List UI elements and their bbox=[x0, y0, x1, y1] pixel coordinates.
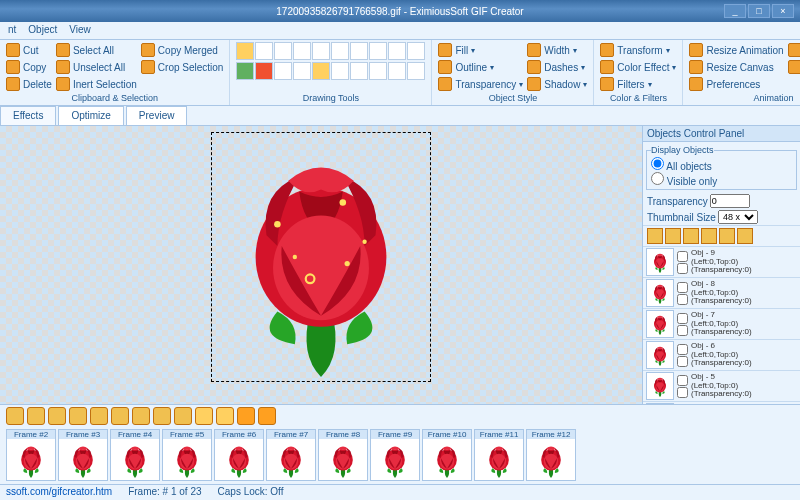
minimize-button[interactable]: _ bbox=[724, 4, 746, 18]
tool-hand[interactable] bbox=[350, 42, 368, 60]
frame-item[interactable]: Frame #8 bbox=[318, 429, 368, 481]
object-visible-checkbox[interactable] bbox=[677, 375, 688, 386]
tool-eraser[interactable] bbox=[274, 62, 292, 80]
tool-rect[interactable] bbox=[350, 62, 368, 80]
unselect-all-button[interactable]: Unselect All bbox=[56, 59, 137, 75]
object-visible-checkbox[interactable] bbox=[677, 251, 688, 262]
tool-star[interactable] bbox=[388, 62, 406, 80]
tool-line[interactable] bbox=[331, 62, 349, 80]
object-item[interactable]: Obj - 6(Left:0,Top:0)(Transparency:0) bbox=[643, 340, 800, 371]
tool-picker[interactable] bbox=[407, 42, 425, 60]
frame-tool-delete[interactable] bbox=[27, 407, 45, 425]
frame-item[interactable]: Frame #2 bbox=[6, 429, 56, 481]
invert-selection-button[interactable]: Inert Selection bbox=[56, 76, 137, 92]
delete-button[interactable]: Delete bbox=[6, 76, 52, 92]
frame-tool-globe[interactable] bbox=[69, 407, 87, 425]
frame-item[interactable]: Frame #3 bbox=[58, 429, 108, 481]
select-all-button[interactable]: Select All bbox=[56, 42, 137, 58]
radio-visible-only[interactable]: Visible only bbox=[651, 172, 792, 187]
object-lock-checkbox[interactable] bbox=[677, 356, 688, 367]
frame-tool-undo[interactable] bbox=[132, 407, 150, 425]
color-effect-dropdown[interactable]: Color Effect bbox=[600, 59, 676, 75]
copy-merged-button[interactable]: Copy Merged bbox=[141, 42, 224, 58]
obj-tool-delete[interactable] bbox=[683, 228, 699, 244]
tool-text[interactable] bbox=[312, 62, 330, 80]
canvas-area[interactable] bbox=[0, 126, 642, 404]
frame-tool-redo[interactable] bbox=[153, 407, 171, 425]
tab-preview[interactable]: Preview bbox=[126, 106, 188, 125]
object-lock-checkbox[interactable] bbox=[677, 387, 688, 398]
obj-tool-down[interactable] bbox=[665, 228, 681, 244]
resize-canvas-button[interactable]: Resize Canvas bbox=[689, 59, 783, 75]
tool-bucket[interactable] bbox=[293, 62, 311, 80]
tool-lasso[interactable] bbox=[255, 42, 273, 60]
transparency-dropdown[interactable]: Transparency bbox=[438, 76, 523, 92]
transform-dropdown[interactable]: Transform bbox=[600, 42, 676, 58]
object-lock-checkbox[interactable] bbox=[677, 325, 688, 336]
object-item[interactable]: Obj - 8(Left:0,Top:0)(Transparency:0) bbox=[643, 278, 800, 309]
frame-tool-last[interactable] bbox=[258, 407, 276, 425]
object-lock-checkbox[interactable] bbox=[677, 263, 688, 274]
tool-pointer[interactable] bbox=[236, 42, 254, 60]
close-button[interactable]: × bbox=[772, 4, 794, 18]
frame-tool-first[interactable] bbox=[195, 407, 213, 425]
tool-crop2[interactable] bbox=[369, 42, 387, 60]
object-visible-checkbox[interactable] bbox=[677, 282, 688, 293]
frame-item[interactable]: Frame #5 bbox=[162, 429, 212, 481]
tool-curve[interactable] bbox=[407, 62, 425, 80]
object-item[interactable]: Obj - 5(Left:0,Top:0)(Transparency:0) bbox=[643, 371, 800, 402]
frame-tool-prev[interactable] bbox=[216, 407, 234, 425]
frame-item[interactable]: Frame #7 bbox=[266, 429, 316, 481]
radio-all-objects[interactable]: All objects bbox=[651, 157, 792, 172]
object-visible-checkbox[interactable] bbox=[677, 344, 688, 355]
preferences-button[interactable]: Preferences bbox=[689, 76, 783, 92]
object-lock-checkbox[interactable] bbox=[677, 294, 688, 305]
tool-zoom[interactable] bbox=[331, 42, 349, 60]
tool-move[interactable] bbox=[312, 42, 330, 60]
frame-item[interactable]: Frame #10 bbox=[422, 429, 472, 481]
menu-nt[interactable]: nt bbox=[8, 24, 16, 37]
resize-animation-button[interactable]: Resize Animation bbox=[689, 42, 783, 58]
cut-button[interactable]: Cut bbox=[6, 42, 52, 58]
tab-optimize[interactable]: Optimize bbox=[58, 106, 123, 125]
tool-marquee[interactable] bbox=[293, 42, 311, 60]
frame-item[interactable]: Frame #12 bbox=[526, 429, 576, 481]
frame-tool-next[interactable] bbox=[237, 407, 255, 425]
object-visible-checkbox[interactable] bbox=[677, 313, 688, 324]
tool-magicwand[interactable] bbox=[274, 42, 292, 60]
obj-tool-more[interactable] bbox=[737, 228, 753, 244]
fill-dropdown[interactable]: Fill bbox=[438, 42, 523, 58]
copy-button[interactable]: Copy bbox=[6, 59, 52, 75]
obj-tool-up[interactable] bbox=[647, 228, 663, 244]
transparency-input[interactable] bbox=[710, 194, 750, 208]
object-item[interactable]: Obj - 9(Left:0,Top:0)(Transparency:0) bbox=[643, 247, 800, 278]
filters-dropdown[interactable]: Filters bbox=[600, 76, 676, 92]
frame-tool-props[interactable] bbox=[90, 407, 108, 425]
tool-ellipse[interactable] bbox=[369, 62, 387, 80]
animation-effects-dropdown[interactable]: Effects bbox=[788, 59, 800, 75]
obj-tool-edit[interactable] bbox=[719, 228, 735, 244]
tool-eye[interactable] bbox=[388, 42, 406, 60]
dashes-dropdown[interactable]: Dashes bbox=[527, 59, 587, 75]
outline-dropdown[interactable]: Outline bbox=[438, 59, 523, 75]
frame-tool-reverse[interactable] bbox=[111, 407, 129, 425]
frame-tool-dup[interactable] bbox=[48, 407, 66, 425]
frame-tool-delay[interactable] bbox=[174, 407, 192, 425]
status-url[interactable]: ssoft.com/gifcreator.htm bbox=[6, 486, 112, 499]
crop-selection-button[interactable]: Crop Selection bbox=[141, 59, 224, 75]
menu-object[interactable]: Object bbox=[28, 24, 57, 37]
frame-tool-new[interactable] bbox=[6, 407, 24, 425]
obj-tool-dup[interactable] bbox=[701, 228, 717, 244]
add-banner-button[interactable]: Add Banner bbox=[788, 42, 800, 58]
shadow-dropdown[interactable]: Shadow bbox=[527, 76, 587, 92]
tool-brush[interactable] bbox=[255, 62, 273, 80]
artboard[interactable] bbox=[211, 132, 431, 382]
tool-pencil[interactable] bbox=[236, 62, 254, 80]
frame-item[interactable]: Frame #4 bbox=[110, 429, 160, 481]
menu-view[interactable]: View bbox=[69, 24, 91, 37]
thumbnail-size-select[interactable]: 48 x 48 bbox=[718, 210, 758, 224]
frame-item[interactable]: Frame #6 bbox=[214, 429, 264, 481]
frame-item[interactable]: Frame #9 bbox=[370, 429, 420, 481]
width-dropdown[interactable]: Width bbox=[527, 42, 587, 58]
object-item[interactable]: Obj - 7(Left:0,Top:0)(Transparency:0) bbox=[643, 309, 800, 340]
